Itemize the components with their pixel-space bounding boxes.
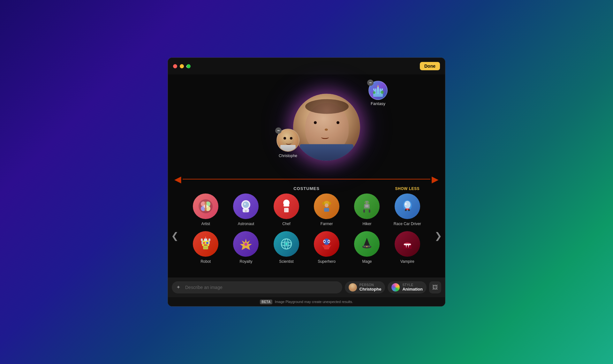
arrow-row: ◀ ▶ xyxy=(168,173,445,185)
costume-label-artist: Artist xyxy=(201,222,210,226)
costume-label-scientist: Scientist xyxy=(279,259,293,264)
costume-label-hiker: Hiker xyxy=(362,222,371,226)
costume-item-astronaut[interactable]: Astronaut xyxy=(227,193,264,226)
beta-bar: BETA Image Playground may create unexpec… xyxy=(168,297,445,306)
fantasy-remove-button[interactable]: − xyxy=(367,80,374,86)
search-box[interactable]: ✦ Describe an image xyxy=(172,281,342,293)
image-button[interactable]: 🖼 xyxy=(429,281,441,293)
costume-circle-astronaut xyxy=(233,193,259,219)
farmer-icon xyxy=(319,198,335,214)
costume-item-hiker[interactable]: Hiker xyxy=(348,193,385,226)
svg-point-67 xyxy=(328,241,329,242)
costume-circle-racecar xyxy=(395,193,420,219)
svg-rect-25 xyxy=(284,205,289,207)
style-chip-text: STYLE Animation xyxy=(402,283,423,292)
svg-point-21 xyxy=(244,203,246,205)
svg-rect-18 xyxy=(205,201,207,211)
svg-point-30 xyxy=(325,203,329,207)
svg-point-44 xyxy=(408,209,410,211)
robot-icon xyxy=(198,236,214,252)
main-preview-circle xyxy=(293,94,360,161)
done-button[interactable]: Done xyxy=(420,62,440,70)
costume-item-scientist[interactable]: Scientist xyxy=(268,231,305,264)
svg-rect-37 xyxy=(363,209,365,213)
fantasy-tag[interactable]: − xyxy=(368,81,388,106)
costume-label-mage: Mage xyxy=(362,259,372,264)
svg-rect-77 xyxy=(404,244,411,245)
costume-circle-chef xyxy=(274,193,299,219)
svg-rect-36 xyxy=(365,205,368,207)
costume-item-farmer[interactable]: Farmer xyxy=(308,193,345,226)
svg-rect-51 xyxy=(201,239,203,241)
svg-rect-26 xyxy=(284,208,289,212)
scroll-right-arrow[interactable]: ▶ xyxy=(432,174,439,185)
person-chip[interactable]: PERSON Christophe xyxy=(345,281,385,293)
svg-rect-34 xyxy=(365,201,366,204)
show-less-button[interactable]: SHOW LESS xyxy=(395,186,420,191)
close-button[interactable] xyxy=(173,64,177,68)
castle-icon xyxy=(372,84,384,97)
svg-rect-52 xyxy=(208,239,210,241)
costumes-label: COSTUMES xyxy=(269,186,344,191)
costume-item-vampire[interactable]: Vampire xyxy=(389,231,426,264)
costume-item-royalty[interactable]: Royalty xyxy=(227,231,264,264)
costume-grid: Artist Astronaut xyxy=(187,193,426,264)
costume-item-mage[interactable]: Mage xyxy=(348,231,385,264)
costume-item-robot[interactable]: Robot xyxy=(187,231,224,264)
person-chip-avatar xyxy=(349,283,357,292)
costume-circle-royalty xyxy=(233,231,259,257)
svg-rect-5 xyxy=(375,88,376,90)
person-remove-button[interactable]: − xyxy=(275,127,282,134)
svg-rect-53 xyxy=(203,246,208,249)
beta-badge: BETA xyxy=(260,300,272,304)
person-small-circle[interactable]: − Christophe xyxy=(276,129,299,158)
arrow-line xyxy=(183,179,430,179)
svg-rect-74 xyxy=(403,245,412,249)
svg-rect-27 xyxy=(285,208,286,212)
costume-circle-scientist xyxy=(274,231,299,257)
grid-nav-right[interactable]: ❯ xyxy=(435,230,442,241)
back-button[interactable]: ‹ xyxy=(186,63,188,70)
costume-circle-hiker xyxy=(354,193,380,219)
style-chip[interactable]: STYLE Animation xyxy=(388,281,427,293)
costume-circle-mage xyxy=(354,231,380,257)
minimize-button[interactable] xyxy=(180,64,184,68)
person-small-label: Christophe xyxy=(279,154,297,158)
costume-circle-superhero xyxy=(314,231,339,257)
grid-nav-left[interactable]: ❮ xyxy=(171,230,178,241)
costume-item-racecar[interactable]: Race Car Driver xyxy=(389,193,426,226)
sparkle-icon: ✦ xyxy=(176,284,183,291)
costume-item-superhero[interactable]: Superhero xyxy=(308,231,345,264)
superhero-icon xyxy=(319,236,335,252)
svg-rect-35 xyxy=(367,201,369,204)
costume-circle-vampire xyxy=(395,231,420,257)
costume-label-astronaut: Astronaut xyxy=(238,222,254,226)
svg-rect-48 xyxy=(204,245,208,246)
hiker-icon xyxy=(359,198,375,214)
costume-item-chef[interactable]: Chef xyxy=(268,193,305,226)
main-preview-face xyxy=(293,94,360,161)
costume-circle-robot xyxy=(193,231,218,257)
costume-item-artist[interactable]: Artist xyxy=(187,193,224,226)
scroll-left-arrow[interactable]: ◀ xyxy=(174,174,181,185)
image-icon: 🖼 xyxy=(432,284,438,291)
svg-rect-8 xyxy=(382,88,383,90)
fantasy-tag-label: Fantasy xyxy=(371,101,385,106)
beta-text: Image Playground may create unexpected r… xyxy=(275,300,353,304)
person-chip-text: PERSON Christophe xyxy=(359,283,382,292)
costume-label-robot: Robot xyxy=(201,259,211,264)
costume-circle-farmer xyxy=(314,193,339,219)
svg-rect-2 xyxy=(377,90,379,94)
svg-rect-6 xyxy=(377,87,379,90)
svg-point-41 xyxy=(405,203,407,205)
svg-point-11 xyxy=(373,91,375,94)
svg-marker-9 xyxy=(377,85,379,87)
chef-icon xyxy=(278,198,294,214)
bottom-bar: ✦ Describe an image PERSON Christophe ST… xyxy=(168,277,445,297)
svg-rect-49 xyxy=(201,241,203,244)
section-header: COSTUMES SHOW LESS xyxy=(168,185,445,193)
costume-label-racecar: Race Car Driver xyxy=(394,222,421,226)
svg-rect-4 xyxy=(373,88,375,90)
svg-rect-68 xyxy=(324,245,329,249)
svg-point-46 xyxy=(203,242,205,244)
